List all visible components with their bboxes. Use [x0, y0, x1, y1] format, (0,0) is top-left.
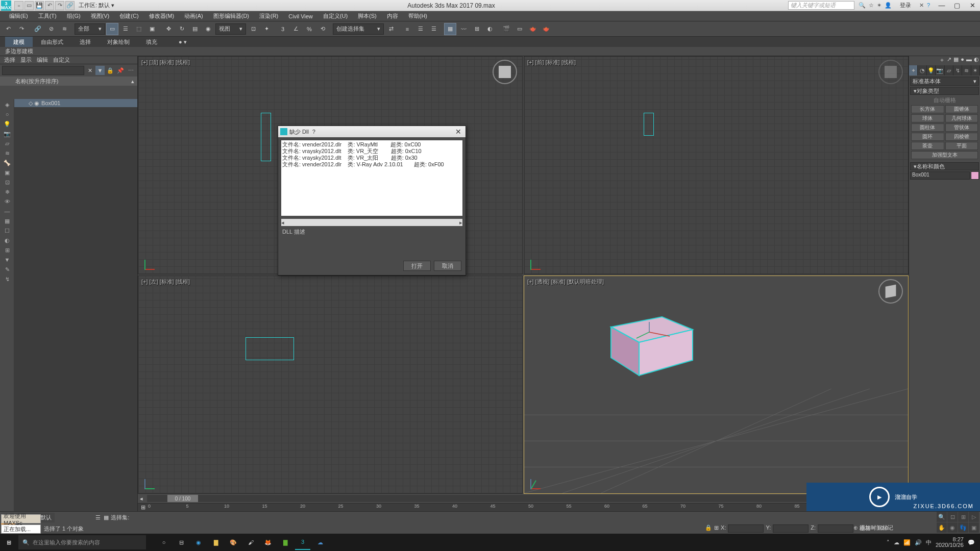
- scale-icon[interactable]: ▤: [189, 23, 201, 35]
- z-input[interactable]: [818, 524, 853, 533]
- zoom-icon[interactable]: 🔍: [937, 512, 947, 522]
- sys-tab-icon[interactable]: ≋: [962, 65, 971, 76]
- menu-script[interactable]: 脚本(S): [353, 12, 382, 20]
- open-button[interactable]: 打开: [403, 261, 431, 271]
- b-icon[interactable]: ▬: [966, 56, 972, 64]
- close-icon[interactable]: ✕: [453, 128, 463, 136]
- pan-icon[interactable]: ✋: [937, 522, 947, 533]
- arrow-icon[interactable]: ↗: [947, 56, 951, 64]
- filter-space-icon[interactable]: ≋: [2, 148, 13, 158]
- walk-icon[interactable]: 👣: [958, 522, 968, 533]
- workspace-label[interactable]: 工作区: 默认 ▾: [79, 2, 114, 9]
- se-tab-custom[interactable]: 自定义: [53, 56, 70, 64]
- ribbon-toggle-icon[interactable]: ▦: [444, 23, 456, 35]
- menu-tools[interactable]: 工具(T): [33, 12, 62, 20]
- taskbar-clock[interactable]: 8:272020/10/26: [936, 537, 964, 548]
- list-item[interactable]: 文件名: vrender2012.dlr 类: V-Ray Adv 2.10.0…: [282, 161, 461, 168]
- exchange-icon[interactable]: ✕: [919, 2, 924, 9]
- placement-icon[interactable]: ◉: [202, 23, 214, 35]
- prev-key-icon[interactable]: ◂: [138, 495, 145, 502]
- menu-render[interactable]: 渲染(R): [254, 12, 283, 20]
- orbit-icon[interactable]: ◉: [947, 522, 958, 533]
- filter-helper-icon[interactable]: ▱: [2, 139, 13, 148]
- cortana-icon[interactable]: ○: [156, 535, 172, 550]
- vp-label-left[interactable]: [+] [左] [标准] [线框]: [141, 278, 190, 286]
- fov-icon[interactable]: ▷: [969, 512, 979, 522]
- menu-graph[interactable]: 图形编辑器(D): [208, 12, 254, 20]
- move-icon[interactable]: ✥: [162, 23, 175, 35]
- rotate-icon[interactable]: ↻: [176, 23, 188, 35]
- menu-civil[interactable]: Civil View: [283, 13, 317, 19]
- select-region-icon[interactable]: ⬚: [133, 23, 145, 35]
- ribbon-tab-freeform[interactable]: 自由形式: [33, 37, 71, 47]
- zoom-all-icon[interactable]: ⊡: [947, 512, 958, 522]
- rollout-name-color[interactable]: ▾ 名称和颜色: [910, 162, 979, 170]
- create-tab-icon[interactable]: ✦: [909, 65, 918, 76]
- filter-b-icon[interactable]: ▼: [2, 255, 13, 264]
- hierarchy-tab-icon[interactable]: 💡: [927, 65, 936, 76]
- volume-icon[interactable]: 🔊: [915, 539, 922, 546]
- vp-label-top[interactable]: [+] [顶] [标准] [线框]: [141, 59, 190, 66]
- ribbon-sub-poly[interactable]: 多边形建模: [5, 47, 33, 55]
- select-name-icon[interactable]: ☰: [119, 23, 132, 35]
- undo-icon[interactable]: ↶: [45, 1, 54, 10]
- login-link[interactable]: 登录: [900, 2, 911, 9]
- percent-snap-icon[interactable]: %: [303, 23, 315, 35]
- vp-label-persp[interactable]: [+] [透视] [标准] [默认明暗处理]: [527, 278, 604, 286]
- filter-group-icon[interactable]: ▣: [2, 168, 13, 177]
- ime-icon[interactable]: 中: [926, 539, 932, 546]
- viewcube-icon[interactable]: [493, 60, 517, 84]
- window-crossing-icon[interactable]: ▣: [146, 23, 158, 35]
- filter-c-icon[interactable]: ✎: [2, 265, 13, 274]
- prim-cone[interactable]: 圆锥体: [945, 105, 978, 113]
- maxscript-mini[interactable]: 欢迎使用 MAXSc: [1, 514, 41, 523]
- abs-rel-icon[interactable]: ⊞: [714, 524, 719, 533]
- filter-xref-icon[interactable]: ⊡: [2, 178, 13, 187]
- plus-icon[interactable]: ＋: [939, 56, 945, 64]
- modify-tab-icon[interactable]: ◔: [918, 65, 926, 76]
- prim-textplus[interactable]: 加强型文本: [911, 151, 978, 159]
- c-icon[interactable]: ◐: [974, 56, 979, 64]
- prim-torus[interactable]: 圆环: [911, 133, 944, 141]
- ref-coord[interactable]: 视图▾: [215, 23, 246, 35]
- tray-up-icon[interactable]: ˄: [887, 539, 890, 546]
- autogrid-checkbox[interactable]: 自动栅格: [910, 96, 979, 104]
- snap-icon[interactable]: 3: [277, 23, 289, 35]
- object-name-input[interactable]: Box001: [910, 171, 970, 180]
- render-icon[interactable]: 🫖: [527, 23, 539, 35]
- filter-geom-icon[interactable]: ◈: [2, 100, 13, 109]
- layer2-icon[interactable]: ☰: [428, 23, 440, 35]
- filter-none-icon[interactable]: ☐: [2, 226, 13, 235]
- ribbon-tab-paint[interactable]: 对象绘制: [99, 37, 138, 47]
- link-icon[interactable]: 🔗: [32, 23, 44, 35]
- prim-box[interactable]: 长方体: [911, 105, 944, 113]
- onedrive-icon[interactable]: ☁: [894, 539, 899, 546]
- se-tree[interactable]: ◇ ◉ Box001: [14, 99, 137, 511]
- redo-icon[interactable]: ↷: [55, 1, 64, 10]
- select-icon[interactable]: ▭: [106, 23, 118, 35]
- bind-icon[interactable]: ≋: [58, 23, 70, 35]
- save-icon[interactable]: 💾: [35, 1, 44, 10]
- render-prod-icon[interactable]: 🫖: [540, 23, 552, 35]
- pivot-icon[interactable]: ⊡: [247, 23, 259, 35]
- y-input[interactable]: [773, 524, 808, 533]
- util-tab-icon[interactable]: ↯: [953, 65, 962, 76]
- redo-icon[interactable]: ↷: [15, 23, 28, 35]
- ribbon-tab-populate[interactable]: 填充: [138, 37, 165, 47]
- more-icon[interactable]: ⋯: [126, 66, 135, 75]
- selection-filter[interactable]: 全部▾: [75, 23, 105, 35]
- cloud-icon[interactable]: ☁: [312, 535, 328, 550]
- prim-cyl[interactable]: 圆柱体: [911, 123, 944, 132]
- search-icon[interactable]: 🔍: [859, 2, 866, 9]
- align-icon[interactable]: ≡: [401, 23, 413, 35]
- layer-icon[interactable]: ☰: [414, 23, 427, 35]
- curve-editor-icon[interactable]: 〰: [457, 23, 470, 35]
- help-icon[interactable]: ?: [927, 2, 930, 9]
- h-scrollbar[interactable]: ◂▸: [281, 219, 462, 226]
- explorer-icon[interactable]: ▇: [208, 535, 224, 550]
- se-tab-edit[interactable]: 编辑: [37, 56, 48, 64]
- brush-icon[interactable]: 🖌: [243, 535, 258, 550]
- selset-icon[interactable]: ▦: [104, 514, 109, 521]
- ribbon-record-icon[interactable]: ● ▾: [170, 37, 195, 47]
- track-bar[interactable]: ⊞ 05101520253035404550556065707580859095…: [138, 503, 909, 511]
